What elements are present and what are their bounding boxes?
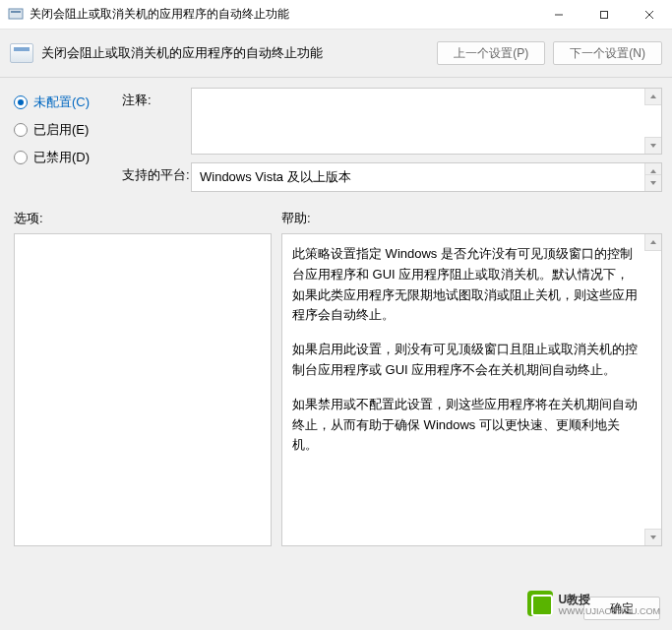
scroll-up-icon[interactable] — [644, 234, 661, 251]
window-title: 关闭会阻止或取消关机的应用程序的自动终止功能 — [30, 6, 536, 23]
minimize-button[interactable] — [536, 0, 581, 30]
comment-label: 注释: — [122, 88, 191, 155]
help-panel: 此策略设置指定 Windows 是否允许没有可见顶级窗口的控制台应用程序和 GU… — [281, 233, 662, 546]
watermark-brand: U教授 — [559, 593, 591, 606]
svg-rect-1 — [11, 11, 21, 13]
watermark: U教授 WWW.UJIAOSHOU.COM — [527, 591, 661, 616]
policy-title: 关闭会阻止或取消关机的应用程序的自动终止功能 — [41, 44, 437, 62]
scroll-up-icon[interactable] — [644, 89, 661, 105]
comment-textarea[interactable] — [191, 88, 662, 155]
watermark-url: WWW.UJIAOSHOU.COM — [559, 606, 661, 616]
watermark-icon — [527, 591, 553, 616]
radio-label: 未配置(C) — [33, 94, 90, 111]
scroll-down-icon[interactable] — [644, 529, 661, 545]
svg-marker-7 — [650, 144, 656, 148]
radio-disabled[interactable]: 已禁用(D) — [14, 149, 122, 166]
svg-marker-9 — [650, 181, 656, 185]
help-paragraph: 如果禁用或不配置此设置，则这些应用程序将在关机期间自动终止，从而有助于确保 Wi… — [292, 395, 638, 456]
svg-rect-3 — [601, 11, 608, 18]
help-label: 帮助: — [281, 210, 311, 227]
previous-setting-button[interactable]: 上一个设置(P) — [437, 41, 545, 65]
next-setting-button[interactable]: 下一个设置(N) — [553, 41, 662, 65]
svg-marker-11 — [650, 536, 656, 539]
svg-marker-6 — [650, 94, 656, 98]
help-paragraph: 此策略设置指定 Windows 是否允许没有可见顶级窗口的控制台应用程序和 GU… — [292, 244, 638, 326]
app-icon — [8, 7, 24, 23]
platform-label: 支持的平台: — [122, 162, 191, 184]
radio-icon — [14, 123, 28, 137]
radio-enabled[interactable]: 已启用(E) — [14, 121, 122, 139]
radio-label: 已禁用(D) — [33, 149, 90, 166]
help-paragraph: 如果启用此设置，则没有可见顶级窗口且阻止或取消关机的控制台应用程序或 GUI 应… — [292, 340, 638, 381]
maximize-button[interactable] — [581, 0, 627, 30]
svg-marker-8 — [650, 169, 656, 173]
options-panel — [14, 233, 272, 546]
radio-icon — [14, 95, 28, 109]
close-button[interactable] — [627, 0, 672, 30]
scroll-down-icon[interactable] — [644, 137, 661, 154]
platform-value: Windows Vista 及以上版本 — [200, 169, 351, 184]
scroll-down-icon[interactable] — [644, 174, 661, 191]
policy-icon — [10, 43, 33, 63]
platform-field: Windows Vista 及以上版本 — [191, 162, 662, 192]
radio-not-configured[interactable]: 未配置(C) — [14, 94, 122, 111]
radio-icon — [14, 151, 28, 164]
options-label: 选项: — [14, 210, 281, 227]
svg-marker-10 — [650, 240, 656, 244]
svg-rect-0 — [9, 9, 23, 19]
radio-label: 已启用(E) — [33, 121, 89, 139]
